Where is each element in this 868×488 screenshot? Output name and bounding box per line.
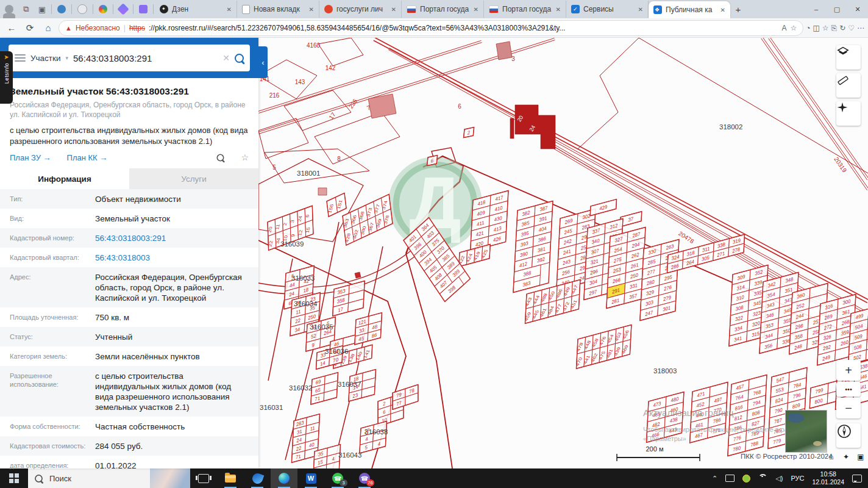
browser-tab[interactable]: Портал госуда✕ — [484, 1, 566, 18]
building-footprint — [355, 272, 361, 278]
measure-button[interactable] — [836, 73, 861, 98]
tab-label: госуслуги лич — [336, 5, 388, 13]
map-attribution: ПКК © Росреестр 2010-2024 — [741, 453, 833, 460]
refresh-button[interactable]: ⟳ — [22, 23, 38, 34]
read-aloud-icon[interactable]: A — [781, 24, 786, 32]
divider: | — [124, 24, 126, 32]
pinned-tab-4[interactable] — [117, 3, 129, 15]
browser-tab[interactable]: Сервисы✕ — [566, 1, 649, 18]
parcel-cluster: 4784484584764544534564704414624754814394… — [575, 325, 631, 369]
favorite-star-icon[interactable]: ☆ — [241, 152, 249, 162]
search-category-dropdown[interactable]: Участки — [30, 54, 61, 63]
compass-button[interactable] — [836, 423, 861, 448]
window-minimize-button[interactable]: – — [806, 5, 827, 13]
more-tools-button[interactable]: ••• — [836, 382, 861, 396]
search-input[interactable]: 56:43:0318003:291 — [73, 53, 218, 63]
row-value: Объект недвижимости — [95, 194, 249, 204]
browser-tab[interactable]: Портал госуда✕ — [402, 1, 484, 18]
divider — [133, 4, 133, 14]
viber-button[interactable]: ☎ 76 — [351, 468, 378, 488]
word-button[interactable]: W — [297, 468, 324, 488]
row-value-link[interactable]: 56:43:0318003:291 — [95, 233, 249, 243]
tab-close-icon[interactable]: ✕ — [309, 6, 314, 13]
basemap-switcher[interactable] — [785, 410, 827, 453]
discover-icon[interactable]: ◔ — [806, 24, 810, 32]
zoom-out-button[interactable]: − — [836, 398, 861, 418]
browser-tab[interactable]: Дзен✕ — [155, 1, 237, 18]
table-row: Форма собственности:Частная собственност… — [0, 417, 258, 436]
security-warning-icon[interactable]: ▲ — [65, 24, 72, 32]
tab-close-icon[interactable]: ✕ — [474, 6, 478, 13]
display-icon[interactable] — [725, 475, 735, 482]
browser-essentials-icon[interactable]: ♡ — [848, 24, 855, 32]
clock[interactable]: 10:58 12.01.2024 — [812, 470, 844, 486]
tab-close-icon[interactable]: ✕ — [391, 6, 396, 13]
tab-services[interactable]: Услуги — [129, 168, 258, 189]
tab-close-icon[interactable]: ✕ — [556, 6, 561, 13]
row-value: 01.01.2022 — [95, 461, 249, 471]
language-indicator[interactable]: РУС — [791, 475, 804, 482]
profile-avatar-icon[interactable] — [5, 5, 13, 13]
edge-browser-button[interactable] — [271, 468, 297, 488]
favorites-icon[interactable]: ☆ — [822, 24, 829, 32]
hidden-icons-chevron[interactable]: ⌃ — [712, 475, 717, 483]
parcel-number: 2 — [282, 222, 288, 226]
menu-icon[interactable] — [15, 54, 26, 62]
word-icon: W — [306, 473, 316, 484]
search-plan-icon[interactable] — [217, 154, 224, 161]
row-label: Категория земель: — [10, 351, 95, 362]
browser-tab-active[interactable]: Публичная ка✕ — [649, 1, 730, 18]
window-restore-button[interactable]: ▢ — [827, 5, 847, 13]
browser-toolbar: ← ⟳ ⌂ ▲ Небезопасно | https ://pkk.rosre… — [0, 18, 868, 38]
building-footprint — [510, 118, 514, 138]
pinned-tab-5[interactable] — [139, 5, 148, 13]
plan-kk-link[interactable]: План КК → — [67, 153, 108, 162]
tab-close-icon[interactable]: ✕ — [227, 6, 232, 13]
home-button[interactable]: ⌂ — [40, 23, 56, 33]
pinned-tab-3[interactable] — [99, 5, 107, 13]
tab-close-icon[interactable]: ✕ — [638, 6, 643, 13]
letsinfo-extension-tab[interactable]: ➤ LetsInfo — [0, 51, 13, 104]
zoom-in-button[interactable]: + — [836, 360, 861, 381]
notification-center-icon[interactable] — [852, 475, 862, 483]
cadastral-map[interactable]: Д418417409410411430421413420426422424419… — [258, 38, 868, 468]
split-screen-icon[interactable]: ◫ — [813, 24, 819, 32]
row-value: 284 055 руб. — [95, 441, 249, 451]
search-bar[interactable]: Участки ▾ 56:43:0318003:291 ✕ — [9, 45, 250, 71]
history-icon[interactable]: ↻ — [839, 24, 845, 32]
cadastral-map-canvas[interactable]: Д418417409410411430421413420426422424419… — [258, 38, 868, 468]
row-label: Кадастровая стоимость: — [10, 441, 95, 451]
row-value: 750 кв. м — [95, 312, 249, 323]
volume-icon[interactable]: ◁) — [775, 475, 783, 483]
tab-close-icon[interactable]: ✕ — [720, 7, 725, 13]
parcel-area-label: 8 — [337, 156, 341, 162]
window-close-button[interactable]: ✕ — [847, 5, 868, 13]
back-button[interactable]: ← — [4, 23, 20, 33]
address-bar[interactable]: ▲ Небезопасно | https ://pkk.rosreestr.r… — [59, 20, 803, 36]
row-value: Частная собственность — [95, 422, 249, 432]
favorite-star-icon[interactable]: ☆ — [790, 24, 797, 32]
pinned-tab-2[interactable] — [77, 4, 87, 14]
new-tab-button[interactable]: + — [730, 4, 746, 15]
divider — [51, 4, 52, 14]
settings-menu-icon[interactable]: ⋯ — [857, 24, 864, 32]
browser-tab[interactable]: госуслуги лич✕ — [319, 1, 402, 18]
locate-button[interactable] — [836, 101, 861, 126]
collections-icon[interactable]: ⎘ — [831, 24, 838, 32]
antivirus-icon[interactable] — [742, 475, 750, 483]
clear-search-icon[interactable]: ✕ — [222, 53, 230, 63]
search-icon[interactable] — [235, 54, 244, 63]
table-row: Кадастровая стоимость:284 055 руб. — [0, 436, 258, 456]
browser-tab[interactable]: Новая вкладк✕ — [237, 1, 319, 18]
tab-information[interactable]: Информация — [0, 168, 129, 189]
workspaces-icon[interactable]: ⧉ — [18, 4, 34, 14]
row-value-link[interactable]: 56:43:0318003 — [95, 253, 249, 263]
vertical-tabs-icon[interactable]: ▣ — [34, 5, 50, 14]
wifi-icon[interactable] — [758, 474, 767, 483]
table-row: Статус:Учтенный — [0, 327, 258, 346]
layers-button[interactable] — [836, 45, 861, 70]
whatsapp-button[interactable]: ☎ 3 — [324, 468, 351, 488]
plan-zu-link[interactable]: План ЗУ → — [10, 153, 51, 162]
panel-collapse-button[interactable]: ‹ — [258, 46, 268, 78]
pinned-tab-1[interactable] — [57, 5, 66, 13]
